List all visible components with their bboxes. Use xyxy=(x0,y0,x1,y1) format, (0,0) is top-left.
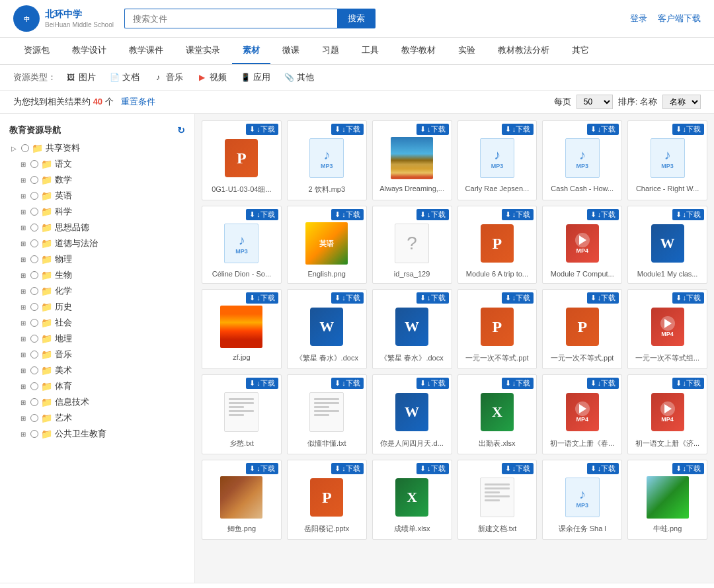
sidebar-refresh-button[interactable]: ↻ xyxy=(177,125,185,136)
download-button[interactable]: ⬇↓下载 xyxy=(502,463,534,474)
file-card: ⬇↓下载MP4初一语文上册《春... xyxy=(542,374,622,454)
sidebar-item-英语[interactable]: ⊞📁英语 xyxy=(0,188,194,204)
circle-icon xyxy=(30,287,38,295)
nav-tab-micro-course[interactable]: 微课 xyxy=(272,38,310,64)
download-button[interactable]: ⬇↓下载 xyxy=(246,378,278,389)
sidebar-item-道德与法治[interactable]: ⊞📁道德与法治 xyxy=(0,235,194,251)
file-name: 初一语文上册《春... xyxy=(547,437,617,450)
circle-icon xyxy=(30,398,38,406)
login-link[interactable]: 登录 xyxy=(630,13,647,24)
nav-tab-teaching-courseware[interactable]: 教学课件 xyxy=(118,38,174,64)
sidebar-item-体育[interactable]: ⊞📁体育 xyxy=(0,378,194,394)
sidebar-item-物理[interactable]: ⊞📁物理 xyxy=(0,251,194,267)
sidebar-item-历史[interactable]: ⊞📁历史 xyxy=(0,299,194,315)
sidebar-item-艺术[interactable]: ⊞📁艺术 xyxy=(0,410,194,426)
sidebar-item-思想品德[interactable]: ⊞📁思想品德 xyxy=(0,220,194,235)
download-button[interactable]: ⬇↓下载 xyxy=(587,209,619,220)
filter-document[interactable]: 📄 文档 xyxy=(105,70,143,85)
per-page-select[interactable]: 50 20 100 xyxy=(576,95,613,109)
search-input[interactable] xyxy=(124,9,337,28)
filter-app[interactable]: 📱 应用 xyxy=(236,70,274,85)
sidebar-item-数学[interactable]: ⊞📁数学 xyxy=(0,172,194,188)
download-button[interactable]: ⬇↓下载 xyxy=(416,463,449,474)
nav-tab-textbooks[interactable]: 教学教材 xyxy=(391,38,446,64)
sidebar-item-音乐[interactable]: ⊞📁音乐 xyxy=(0,347,194,362)
download-button[interactable]: ⬇↓下载 xyxy=(672,124,705,135)
download-button[interactable]: ⬇↓下载 xyxy=(587,378,619,389)
download-button[interactable]: ⬇↓下载 xyxy=(416,292,449,304)
file-card: ⬇↓下载P一元一次不等式.ppt xyxy=(457,289,537,369)
footer: 一粒云科技有限公司 © 2020 all rights reserved 版本:… xyxy=(0,583,714,588)
download-button[interactable]: ⬇↓下载 xyxy=(331,463,364,474)
nav-tab-tools[interactable]: 工具 xyxy=(351,38,389,64)
download-button[interactable]: ⬇↓下载 xyxy=(246,124,278,135)
download-arrow-icon: ⬇ xyxy=(249,210,255,219)
circle-icon xyxy=(30,208,38,216)
download-button[interactable]: ⬇↓下载 xyxy=(672,292,705,304)
header-right: 登录 客户端下载 xyxy=(630,13,701,24)
nav-tab-analysis[interactable]: 教材教法分析 xyxy=(487,38,560,64)
file-thumbnail: P xyxy=(476,306,518,348)
circle-icon xyxy=(30,303,38,311)
download-button[interactable]: ⬇↓下载 xyxy=(502,124,534,135)
download-button[interactable]: ⬇↓下载 xyxy=(246,463,278,474)
file-grid: ⬇↓下载P0G1-U1-03-04细...⬇↓下载♪MP32 饮料.mp3⬇↓下… xyxy=(202,120,707,540)
sidebar-item-信息技术[interactable]: ⊞📁信息技术 xyxy=(0,394,194,410)
file-thumbnail: P xyxy=(561,306,604,348)
sidebar-item-美术[interactable]: ⊞📁美术 xyxy=(0,362,194,378)
sort-select[interactable]: 名称 时间 大小 xyxy=(662,95,701,109)
file-card: ⬇↓下载♪MP3Charice - Right W... xyxy=(627,120,707,200)
download-button[interactable]: ⬇↓下载 xyxy=(502,209,534,220)
file-thumbnail: ♪MP3 xyxy=(476,137,518,179)
download-arrow-icon: ⬇ xyxy=(505,125,511,134)
file-thumbnail xyxy=(476,476,518,519)
download-button[interactable]: ⬇↓下载 xyxy=(331,124,364,135)
download-button[interactable]: ⬇↓下载 xyxy=(416,378,449,389)
download-button[interactable]: ⬇↓下载 xyxy=(416,209,449,220)
download-button[interactable]: ⬇↓下载 xyxy=(587,463,619,474)
download-button[interactable]: ⬇↓下载 xyxy=(331,378,364,389)
download-arrow-icon: ⬇ xyxy=(676,125,682,134)
sidebar-item-化学[interactable]: ⊞📁化学 xyxy=(0,283,194,299)
nav-tab-resources[interactable]: 资源包 xyxy=(13,38,60,64)
folder-icon: 📁 xyxy=(41,413,52,423)
search-button[interactable]: 搜索 xyxy=(337,9,376,28)
nav-tab-experiment[interactable]: 实验 xyxy=(448,38,486,64)
file-card: ⬇↓下载PModule 6 A trip to... xyxy=(457,206,537,284)
download-button[interactable]: ⬇↓下载 xyxy=(331,209,364,220)
reset-conditions-link[interactable]: 重置条件 xyxy=(121,97,155,106)
download-button[interactable]: ⬇↓下载 xyxy=(672,378,705,389)
download-button[interactable]: ⬇↓下载 xyxy=(672,209,705,220)
download-button[interactable]: ⬇↓下载 xyxy=(246,292,278,304)
sidebar-item-生物[interactable]: ⊞📁生物 xyxy=(0,267,194,283)
nav-tab-classroom[interactable]: 课堂实录 xyxy=(175,38,231,64)
filter-other[interactable]: 📎 其他 xyxy=(280,70,318,85)
download-button[interactable]: ⬇↓下载 xyxy=(672,463,705,474)
sidebar-item-root[interactable]: ▷ 📁 共享资料 xyxy=(0,140,194,156)
download-button[interactable]: ⬇↓下载 xyxy=(246,209,278,220)
file-name: zf.jpg xyxy=(206,352,277,362)
download-button[interactable]: ⬇↓下载 xyxy=(587,124,619,135)
download-button[interactable]: ⬇↓下载 xyxy=(331,292,364,304)
download-button[interactable]: ⬇↓下载 xyxy=(587,292,619,304)
nav-tab-teaching-design[interactable]: 教学设计 xyxy=(61,38,117,64)
folder-icon: 📁 xyxy=(41,190,52,201)
sidebar-item-科学[interactable]: ⊞📁科学 xyxy=(0,204,194,220)
sidebar-item-地理[interactable]: ⊞📁地理 xyxy=(0,331,194,347)
expand-icon: ⊞ xyxy=(19,239,28,248)
filter-video[interactable]: ▶ 视频 xyxy=(192,70,231,85)
sidebar-item-社会[interactable]: ⊞📁社会 xyxy=(0,315,194,331)
download-button[interactable]: ⬇↓下载 xyxy=(416,124,449,135)
sidebar-item-公共卫生教育[interactable]: ⊞📁公共卫生教育 xyxy=(0,426,194,442)
sidebar-item-语文[interactable]: ⊞📁语文 xyxy=(0,156,194,172)
filter-music[interactable]: ♪ 音乐 xyxy=(149,70,187,85)
download-button[interactable]: ⬇↓下载 xyxy=(502,378,534,389)
nav-tab-materials[interactable]: 素材 xyxy=(232,38,270,64)
download-button[interactable]: ⬇↓下载 xyxy=(502,292,534,304)
nav-tab-other[interactable]: 其它 xyxy=(561,38,600,64)
filter-image[interactable]: 🖼 图片 xyxy=(61,70,100,85)
expand-icon: ⊞ xyxy=(19,398,28,407)
nav-tab-exercises[interactable]: 习题 xyxy=(311,38,350,64)
download-client-link[interactable]: 客户端下载 xyxy=(658,13,701,24)
file-card: ⬇↓下载♪MP3Céline Dion - So... xyxy=(202,206,282,284)
